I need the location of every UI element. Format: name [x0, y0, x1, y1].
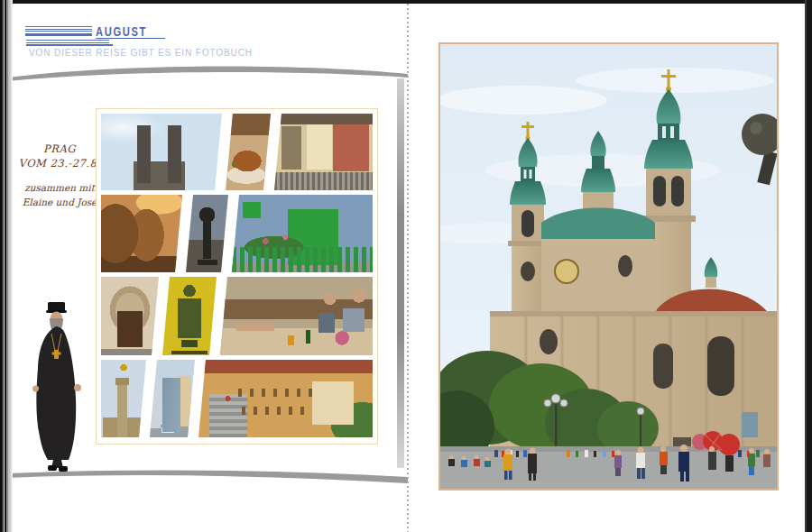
photo-green-door-house[interactable]: [232, 195, 373, 272]
photo-street-lantern[interactable]: [186, 195, 228, 272]
window-top-edge: [0, 0, 812, 4]
page-fold-dotted-line: [407, 4, 409, 532]
collage-row-2: [101, 195, 373, 272]
photo-roast-pork-meal[interactable]: [226, 114, 271, 190]
photobook-spread: AUGUST VON DIESER REISE GIBT ES EIN FOTO…: [0, 0, 812, 532]
photo-tyn-church-spires[interactable]: [101, 114, 222, 190]
photo-arcade-passage[interactable]: [101, 195, 182, 272]
window-right-edge: [805, 0, 812, 532]
collage-row-3: [101, 277, 373, 355]
photo-old-town-stairs[interactable]: [198, 360, 373, 437]
photo-dancing-house[interactable]: [150, 360, 195, 437]
photo-old-town-square[interactable]: [274, 114, 373, 190]
photo-svejk-banner[interactable]: [162, 277, 217, 355]
window-left-edge: [0, 0, 13, 532]
photo-stone-portal[interactable]: [101, 277, 159, 355]
photo-column-monument[interactable]: [101, 360, 146, 437]
photo-st-nicholas-church[interactable]: [438, 42, 779, 491]
st-nicholas-church-illustration: [440, 44, 777, 489]
header-bar-bottom: [26, 44, 113, 47]
curl-top-shadow: [7, 66, 408, 81]
photo-collage[interactable]: [96, 108, 378, 445]
header-bar-top: [25, 34, 92, 37]
curl-right-shadow: [397, 78, 404, 468]
collage-row-1: [101, 114, 373, 190]
photo-orthodox-priest-cutout[interactable]: [23, 299, 90, 472]
month-underline: [96, 38, 165, 40]
photo-restaurant-table-friends[interactable]: [220, 277, 373, 355]
collage-row-4: [101, 360, 373, 437]
